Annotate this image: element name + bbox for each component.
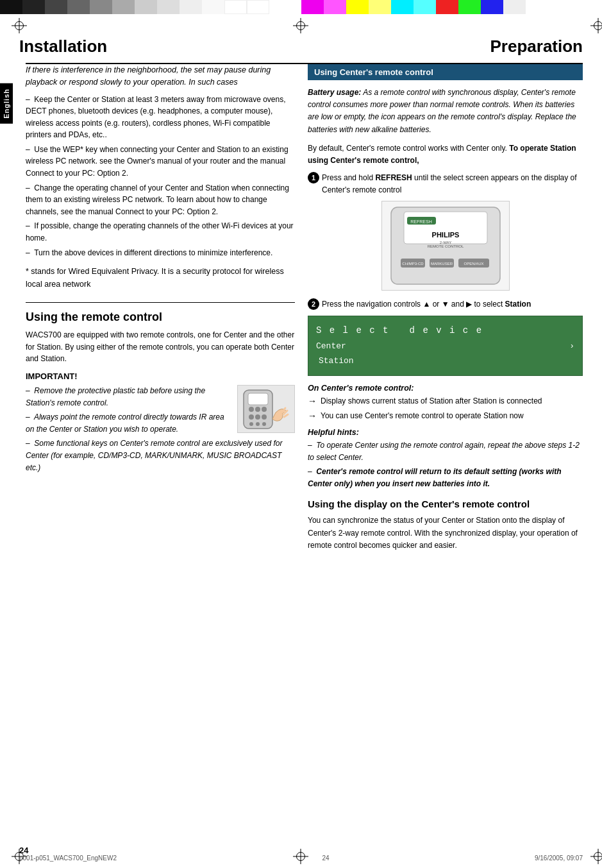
svg-point-8 [249,422,253,426]
interference-heading: If there is interference in the neighbor… [26,64,295,89]
right-section-title: Preparation [490,37,583,56]
bullet-1: – Keep the Center or Station at least 3 … [26,94,295,141]
footer-bar: p001-p051_WACS700_EngNEW2 24 9/16/2005, … [0,855,602,862]
wep-text: * stands for Wired Equivalent Privacy. I… [26,265,295,291]
color-block-6 [112,0,135,14]
using-display-text: You can synchronize the status of your C… [308,515,583,552]
svg-text:REMOTE CONTROL: REMOTE CONTROL [427,244,464,248]
svg-text:MARKUSER: MARKUSER [430,262,453,266]
bullet-3: – Change the operating channel of your C… [26,182,295,218]
arrow-text-1: Display shows current status of Station … [321,395,542,407]
left-section-title: Installation [19,37,107,56]
color-block-12 [247,0,269,14]
helpful-hints-heading: Helpful hints: [308,428,583,437]
bullet-5: – Turn the above devices in different di… [26,247,295,259]
svg-point-7 [262,414,267,420]
hint-2: – Center's remote control will return to… [308,466,583,489]
select-device-station: Station [316,353,574,368]
step-1-label: 1 [308,172,319,183]
color-block-16 [369,0,391,14]
color-block-5 [90,0,112,14]
svg-rect-1 [248,393,268,405]
step-2-text: Press the navigation controls ▲ or ▼ and… [322,298,583,311]
on-remote-heading: On Center's remote control: [308,384,583,393]
battery-bold: Battery usage: [308,88,361,97]
color-block-18 [414,0,436,14]
wacs-text: WACS700 are equipped with two remote con… [26,329,295,365]
important-bullet-1: – Remove the protective plastic tab befo… [26,385,231,409]
select-device-box: S e l e c t d e v i c e Center › Station [308,316,583,376]
footer-left: p001-p051_WACS700_EngNEW2 [19,855,117,862]
color-block-4 [67,0,90,14]
bullet-2: – Use the WEP* key when connecting your … [26,144,295,180]
top-bar-left [0,0,301,14]
remote-illustration [240,387,292,432]
color-block-1 [0,0,22,14]
top-bar-right [301,0,602,14]
default-text: By default, Center's remote control work… [308,142,583,167]
color-block-8 [157,0,180,14]
device-image: REFRESH PHILIPS 2-WAY REMOTE CONTROL CH/… [381,201,510,291]
svg-text:PHILIPS: PHILIPS [431,231,459,239]
color-block-21 [481,0,503,14]
important-bullet-2: – Always point the remote control direct… [26,411,231,435]
page-number: 24 [19,846,28,855]
language-tab: English [0,83,13,124]
color-block-14 [324,0,346,14]
svg-point-2 [249,407,254,412]
svg-point-10 [262,422,266,426]
step-1-row: 1 Press and hold REFRESH until the selec… [308,172,583,196]
arrow-row-1: → Display shows current status of Statio… [308,395,583,408]
svg-point-9 [256,422,260,426]
color-block-3 [45,0,67,14]
color-block-20 [458,0,481,14]
color-block-9 [180,0,202,14]
select-device-title: S e l e c t d e v i c e [316,323,574,339]
color-block-15 [346,0,369,14]
footer-center: 24 [322,855,329,862]
hint-1: – To operate Center using the remote con… [308,439,583,463]
remote-image-box [237,385,295,433]
right-column: Using Center's remote control Battery us… [308,64,583,557]
svg-point-6 [255,414,260,420]
color-block-17 [391,0,414,14]
important-section: – Remove the protective plastic tab befo… [26,385,295,438]
important-text: – Remove the protective plastic tab befo… [26,385,231,438]
main-content: If there is interference in the neighbor… [0,64,602,570]
color-block-22 [503,0,526,14]
arrow-text-2: You can use Center's remote control to o… [321,410,524,422]
bullet-4: – If possible, change the operating chan… [26,220,295,244]
select-device-center: Center › [316,339,574,353]
using-display-heading: Using the display on the Center's remote… [308,498,583,509]
color-block-10 [202,0,224,14]
svg-point-5 [249,414,254,420]
color-block-11 [224,0,247,14]
step-2-label: 2 [308,298,319,310]
important-label: IMPORTANT! [26,371,295,381]
wep-section: * stands for Wired Equivalent Privacy. I… [26,265,295,291]
step-1-text: Press and hold REFRESH until the select … [322,172,583,196]
remote-control-heading: Using the remote control [26,311,295,324]
svg-line-13 [284,414,288,417]
section-divider [26,302,295,303]
blue-header-bar: Using Center's remote control [308,64,583,80]
svg-point-4 [262,407,267,412]
svg-text:REFRESH: REFRESH [410,219,431,224]
battery-usage-text: Battery usage: As a remote control with … [308,87,583,136]
left-column: If there is interference in the neighbor… [26,64,295,557]
color-block-7 [135,0,157,14]
remote-device-svg: REFRESH PHILIPS 2-WAY REMOTE CONTROL CH/… [385,204,506,287]
top-color-bar [0,0,602,14]
svg-point-3 [255,407,260,412]
svg-text:OPEN/AUX: OPEN/AUX [464,262,483,266]
important-bullet-3: – Some functional keys on Center's remot… [26,438,295,473]
svg-rect-15 [404,212,487,244]
svg-text:CH/MP3-CD: CH/MP3-CD [402,262,424,266]
footer-right: 9/16/2005, 09:07 [535,855,583,862]
arrow-icon-2: → [308,410,317,423]
color-block-2 [22,0,45,14]
arrow-row-2: → You can use Center's remote control to… [308,410,583,423]
arrow-icon-1: → [308,395,317,408]
color-block-19 [436,0,458,14]
color-block-13 [301,0,324,14]
